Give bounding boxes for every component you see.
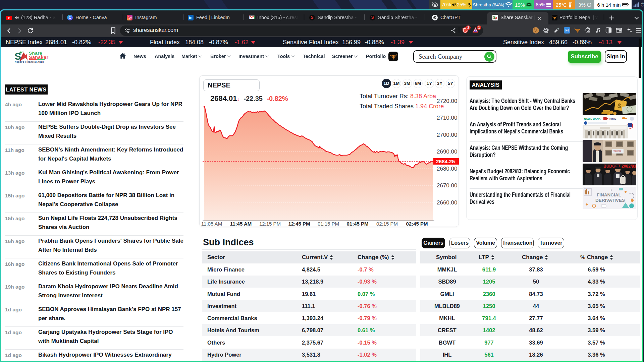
svg-text:NIMB: NIMB [609, 117, 616, 120]
svg-text:2684.25: 2684.25 [436, 159, 455, 164]
svg-text:11:05 AM: 11:05 AM [201, 221, 222, 227]
svg-text:2660.00: 2660.00 [437, 199, 457, 206]
svg-text:2710.00: 2710.00 [437, 115, 457, 121]
svg-text:NABIL BANK: NABIL BANK [584, 117, 601, 120]
svg-text:01:45 PM: 01:45 PM [346, 221, 368, 227]
svg-text:नेपाल बैंक: नेपाल बैंक [613, 150, 622, 152]
svg-text:12:15 PM: 12:15 PM [259, 221, 281, 227]
svg-text:02:15 PM: 02:15 PM [376, 221, 398, 227]
svg-text:DERIVATIVES: DERIVATIVES [595, 198, 625, 203]
svg-text:01:15 PM: 01:15 PM [318, 221, 339, 227]
svg-text:2670.00: 2670.00 [437, 182, 457, 189]
svg-text:12:45 PM: 12:45 PM [288, 221, 310, 227]
svg-text:2700.00: 2700.00 [437, 132, 457, 138]
svg-text:02:45 PM: 02:45 PM [406, 221, 428, 227]
svg-text:FINANCIAL: FINANCIAL [597, 192, 621, 197]
svg-text:2690.00: 2690.00 [437, 148, 457, 155]
svg-text:11:45 AM: 11:45 AM [230, 221, 252, 227]
svg-text:2680.00: 2680.00 [437, 166, 457, 172]
